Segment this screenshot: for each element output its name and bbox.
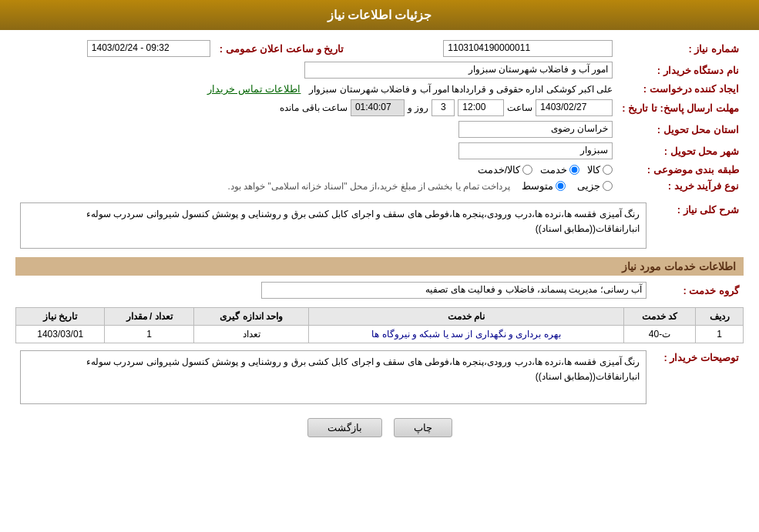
response-date: 1403/02/27 bbox=[536, 99, 613, 116]
need-number-label: شماره نیاز : bbox=[617, 38, 744, 59]
purchase-type-label-jozi: جزیی bbox=[577, 180, 600, 192]
service-group-table: گروه خدمت : آب رسانی؛ مدیریت پسماند، فاض… bbox=[15, 279, 744, 301]
buyer-org-value-cell: امور آب و فاضلاب شهرستان سبزوار bbox=[15, 59, 617, 81]
general-desc-row: شرح کلی نیاز : رنگ آمیزی فقسه ها،نرده ها… bbox=[15, 200, 744, 251]
purchase-type-label-motevasset: متوسط bbox=[522, 180, 553, 192]
purchase-type-options: جزیی متوسط پرداخت تمام یا بخشی از مبلغ خ… bbox=[20, 180, 613, 192]
category-option-kala[interactable]: کالا bbox=[587, 164, 613, 176]
cell-unit-1: تعداد bbox=[193, 326, 309, 343]
purchase-type-radio-motevasset[interactable] bbox=[556, 181, 566, 191]
service-group-row: گروه خدمت : آب رسانی؛ مدیریت پسماند، فاض… bbox=[15, 279, 744, 301]
response-remaining-label: ساعت باقی مانده bbox=[280, 102, 348, 113]
services-table-header-row: ردیف کد خدمت نام خدمت واحد اندازه گیری ت… bbox=[16, 308, 744, 326]
purchase-type-label: نوع فرآیند خرید : bbox=[617, 178, 744, 194]
response-deadline-label: مهلت ارسال پاسخ: تا تاریخ : bbox=[617, 97, 744, 119]
announce-datetime-value-cell: 1403/02/24 - 09:32 bbox=[15, 38, 215, 59]
col-row: ردیف bbox=[696, 308, 744, 326]
creator-contact-link[interactable]: اطلاعات تماس خریدار bbox=[207, 83, 301, 95]
city-value: سبزوار bbox=[458, 142, 613, 159]
category-radio-kala-khedmat[interactable] bbox=[522, 165, 532, 175]
city-label: شهر محل تحویل : bbox=[617, 140, 744, 162]
buyer-org-value: امور آب و فاضلاب شهرستان سبزوار bbox=[304, 62, 613, 79]
province-value: خراسان رضوی bbox=[458, 121, 613, 138]
category-value-cell: کالا خدمت کالا/خدمت bbox=[15, 162, 617, 178]
creator-value-cell: علی اکبر کوشکی اداره حقوقی و قراردادها ا… bbox=[15, 81, 617, 97]
category-radio-khedmat[interactable] bbox=[569, 165, 579, 175]
services-table: ردیف کد خدمت نام خدمت واحد اندازه گیری ت… bbox=[15, 307, 744, 343]
buyer-desc-value: رنگ آمیزی فقسه ها،نرده ها،درب ورودی،پنجر… bbox=[20, 350, 646, 404]
province-value-cell: خراسان رضوی bbox=[15, 119, 617, 140]
buyer-org-label: نام دستگاه خریدار : bbox=[617, 59, 744, 81]
creator-value: علی اکبر کوشکی اداره حقوقی و قراردادها ا… bbox=[309, 84, 613, 95]
cell-name-1: بهره برداری و نگهداری از سد یا شبکه و نی… bbox=[309, 326, 623, 343]
category-label-khedmat: خدمت bbox=[540, 164, 567, 176]
category-row: طبقه بندی موضوعی : کالا خدمت bbox=[15, 162, 744, 178]
purchase-type-motevasset[interactable]: متوسط bbox=[522, 180, 566, 192]
col-code: کد خدمت bbox=[623, 308, 696, 326]
content-area: شماره نیاز : 1103104190000011 تاریخ و سا… bbox=[0, 30, 759, 457]
cell-date-1: 1403/03/01 bbox=[16, 326, 105, 343]
page-title: جزئیات اطلاعات نیاز bbox=[327, 8, 432, 22]
col-unit: واحد اندازه گیری bbox=[193, 308, 309, 326]
col-quantity: تعداد / مقدار bbox=[105, 308, 193, 326]
province-label: استان محل تحویل : bbox=[617, 119, 744, 140]
category-option-kala-khedmat[interactable]: کالا/خدمت bbox=[478, 164, 533, 176]
category-label: طبقه بندی موضوعی : bbox=[617, 162, 744, 178]
purchase-type-jozi[interactable]: جزیی bbox=[577, 180, 613, 192]
buyer-desc-label: توصیحات خریدار : bbox=[651, 348, 744, 407]
response-days-label: روز و bbox=[408, 102, 428, 113]
cell-code-1: ت-40 bbox=[623, 326, 696, 343]
category-radio-group: کالا خدمت کالا/خدمت bbox=[20, 164, 613, 176]
purchase-type-value-cell: جزیی متوسط پرداخت تمام یا بخشی از مبلغ خ… bbox=[15, 178, 617, 194]
date-row: 1403/02/27 ساعت 12:00 3 روز و 01:40:07 س… bbox=[20, 99, 613, 116]
info-table: شماره نیاز : 1103104190000011 تاریخ و سا… bbox=[15, 38, 744, 194]
general-desc-value-cell: رنگ آمیزی فقسه ها،نرده ها،درب ورودی،پنجر… bbox=[15, 200, 651, 251]
col-date: تاریخ نیاز bbox=[16, 308, 105, 326]
category-label-kala-khedmat: کالا/خدمت bbox=[478, 164, 521, 176]
buyer-desc-row: توصیحات خریدار : رنگ آمیزی فقسه ها،نرده … bbox=[15, 348, 744, 407]
response-days-value: 3 bbox=[432, 99, 455, 116]
service-group-value-cell: آب رسانی؛ مدیریت پسماند، فاضلاب و فعالیت… bbox=[15, 279, 651, 301]
category-radio-kala[interactable] bbox=[603, 165, 613, 175]
general-desc-value: رنگ آمیزی فقسه ها،نرده ها،درب ورودی،پنجر… bbox=[20, 202, 646, 249]
response-time-label: ساعت bbox=[507, 102, 532, 113]
col-name: نام خدمت bbox=[309, 308, 623, 326]
response-time-value: 12:00 bbox=[458, 99, 504, 116]
response-deadline-value-cell: 1403/02/27 ساعت 12:00 3 روز و 01:40:07 س… bbox=[15, 97, 617, 119]
need-number-value: 1103104190000011 bbox=[443, 40, 613, 57]
buyer-desc-value-cell: رنگ آمیزی فقسه ها،نرده ها،درب ورودی،پنجر… bbox=[15, 348, 651, 407]
back-button[interactable]: بازگشت bbox=[307, 418, 382, 437]
services-table-body: 1 ت-40 بهره برداری و نگهداری از سد یا شب… bbox=[16, 326, 744, 343]
page-header: جزئیات اطلاعات نیاز bbox=[0, 0, 759, 30]
cell-quantity-1: 1 bbox=[105, 326, 193, 343]
service-group-value: آب رسانی؛ مدیریت پسماند، فاضلاب و فعالیت… bbox=[261, 282, 646, 299]
buyer-desc-table: توصیحات خریدار : رنگ آمیزی فقسه ها،نرده … bbox=[15, 348, 744, 407]
city-row: شهر محل تحویل : سبزوار bbox=[15, 140, 744, 162]
purchase-type-radio-jozi[interactable] bbox=[603, 181, 613, 191]
response-deadline-row: مهلت ارسال پاسخ: تا تاریخ : 1403/02/27 س… bbox=[15, 97, 744, 119]
general-desc-table: شرح کلی نیاز : رنگ آمیزی فقسه ها،نرده ها… bbox=[15, 200, 744, 251]
services-table-header: ردیف کد خدمت نام خدمت واحد اندازه گیری ت… bbox=[16, 308, 744, 326]
announce-datetime-value: 1403/02/24 - 09:32 bbox=[87, 40, 210, 57]
table-row: 1 ت-40 بهره برداری و نگهداری از سد یا شب… bbox=[16, 326, 744, 343]
services-section-header: اطلاعات خدمات مورد نیاز bbox=[15, 257, 744, 276]
purchase-type-row: نوع فرآیند خرید : جزیی متوسط پرداخت تمام… bbox=[15, 178, 744, 194]
creator-label: ایجاد کننده درخواست : bbox=[617, 81, 744, 97]
category-label-kala: کالا bbox=[587, 164, 600, 176]
cell-row-1: 1 bbox=[696, 326, 744, 343]
announce-datetime-label: تاریخ و ساعت اعلان عمومی : bbox=[215, 38, 348, 59]
category-option-khedmat[interactable]: خدمت bbox=[540, 164, 579, 176]
need-number-row: شماره نیاز : 1103104190000011 تاریخ و سا… bbox=[15, 38, 744, 59]
response-remaining-value: 01:40:07 bbox=[351, 99, 405, 116]
print-button[interactable]: چاپ bbox=[394, 418, 452, 437]
buyer-org-row: نام دستگاه خریدار : امور آب و فاضلاب شهر… bbox=[15, 59, 744, 81]
province-row: استان محل تحویل : خراسان رضوی bbox=[15, 119, 744, 140]
main-container: جزئیات اطلاعات نیاز شماره نیاز : 1103104… bbox=[0, 0, 759, 532]
general-desc-label: شرح کلی نیاز : bbox=[651, 200, 744, 251]
city-value-cell: سبزوار bbox=[15, 140, 617, 162]
purchase-type-note: پرداخت تمام یا بخشی از مبلغ خرید،از محل … bbox=[227, 181, 510, 192]
service-group-label: گروه خدمت : bbox=[651, 279, 744, 301]
footer-buttons: چاپ بازگشت bbox=[15, 418, 744, 437]
creator-row: ایجاد کننده درخواست : علی اکبر کوشکی ادا… bbox=[15, 81, 744, 97]
need-number-value-cell: 1103104190000011 bbox=[348, 38, 617, 59]
